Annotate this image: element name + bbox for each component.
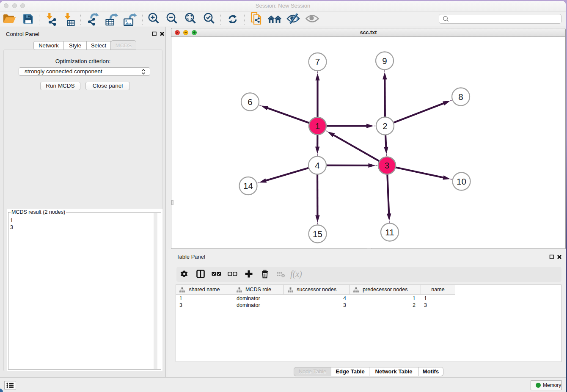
svg-text:3: 3 [385,160,389,170]
svg-text:7: 7 [315,57,320,66]
svg-text:14: 14 [243,181,253,190]
svg-text:15: 15 [313,229,322,239]
svg-text:11: 11 [385,227,394,237]
svg-text:10: 10 [457,177,466,186]
svg-text:9: 9 [382,56,387,66]
svg-text:4: 4 [315,160,319,170]
svg-text:1: 1 [315,121,320,131]
svg-text:6: 6 [248,97,252,107]
svg-text:8: 8 [458,92,463,102]
svg-text:2: 2 [383,121,387,131]
